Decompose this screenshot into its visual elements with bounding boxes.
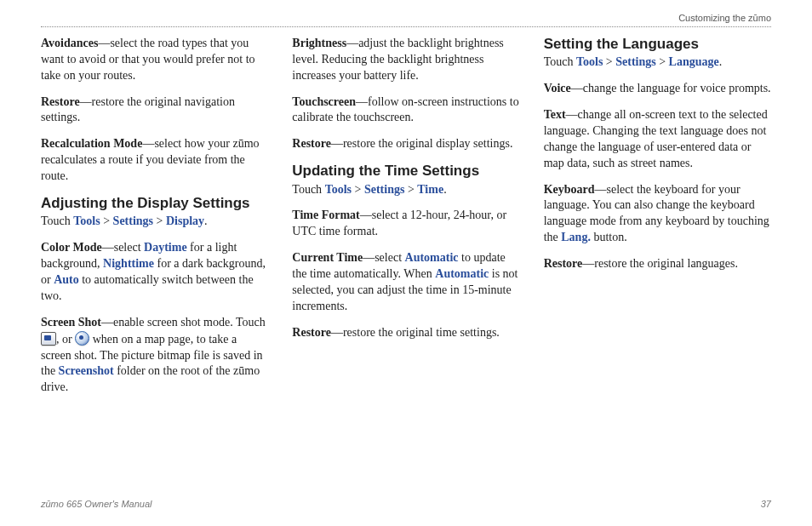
para-keyboard: Keyboard—select the keyboard for your la… <box>544 182 771 247</box>
term-automatic-2: Automatic <box>435 267 489 280</box>
para-screen-shot: Screen Shot—enable screen shot mode. Tou… <box>41 315 268 396</box>
link-time: Time <box>417 183 443 196</box>
para-text-lang: Text—change all on-screen text to the se… <box>544 107 771 172</box>
column-3: Setting the Languages Touch Tools > Sett… <box>544 36 771 406</box>
link-tools: Tools <box>325 183 352 196</box>
header-rule <box>41 26 771 27</box>
footer-title: zūmo 665 Owner's Manual <box>41 498 152 511</box>
column-container: Avoidances—select the road types that yo… <box>41 36 771 406</box>
link-settings: Settings <box>364 183 404 196</box>
term-auto: Auto <box>54 273 79 286</box>
link-tools: Tools <box>73 214 100 227</box>
heading-display-settings: Adjusting the Display Settings <box>41 195 268 212</box>
para-restore-lang: Restore—restore the original languages. <box>544 256 771 272</box>
para-color-mode: Color Mode—select Daytime for a light ba… <box>41 240 268 305</box>
para-current-time: Current Time—select Automatic to update … <box>292 250 519 315</box>
page-number: 37 <box>761 498 771 511</box>
para-restore-nav: Restore—restore the original navigation … <box>41 94 268 127</box>
para-avoidances: Avoidances—select the road types that yo… <box>41 36 268 84</box>
column-1: Avoidances—select the road types that yo… <box>41 36 268 406</box>
para-touchscreen: Touchscreen—follow on-screen instruction… <box>292 94 519 127</box>
breadcrumb-display: Touch Tools > Settings > Display. <box>41 214 268 230</box>
para-recalc: Recalculation Mode—select how your zūmo … <box>41 136 268 185</box>
running-head: Customizing the zūmo <box>41 12 771 26</box>
heading-time-settings: Updating the Time Settings <box>292 163 519 180</box>
link-settings: Settings <box>615 55 655 68</box>
para-restore-time: Restore—restore the original time settin… <box>292 325 519 341</box>
breadcrumb-time: Touch Tools > Settings > Time. <box>292 182 519 198</box>
camera-icon <box>41 332 56 346</box>
term-lang-button: Lang. <box>561 231 591 243</box>
para-restore-display: Restore—restore the original display set… <box>292 136 519 152</box>
link-display: Display <box>166 214 204 227</box>
term-nighttime: Nighttime <box>103 257 154 270</box>
para-time-format: Time Format—select a 12-hour, 24-hour, o… <box>292 208 519 240</box>
term-daytime: Daytime <box>144 241 187 254</box>
para-brightness: Brightness—adjust the backlight brightne… <box>292 36 519 84</box>
footer: zūmo 665 Owner's Manual 37 <box>41 498 771 511</box>
link-language: Language <box>669 55 719 68</box>
para-voice: Voice—change the language for voice prom… <box>544 81 771 97</box>
manual-page: Customizing the zūmo Avoidances—select t… <box>0 0 812 526</box>
map-screenshot-icon <box>75 331 89 346</box>
link-tools: Tools <box>576 55 603 68</box>
column-2: Brightness—adjust the backlight brightne… <box>292 36 519 406</box>
term-automatic: Automatic <box>405 251 459 264</box>
heading-languages: Setting the Languages <box>544 36 771 53</box>
link-settings: Settings <box>113 214 153 227</box>
term-screenshot-folder: Screenshot <box>59 364 114 377</box>
breadcrumb-language: Touch Tools > Settings > Language. <box>544 54 771 71</box>
